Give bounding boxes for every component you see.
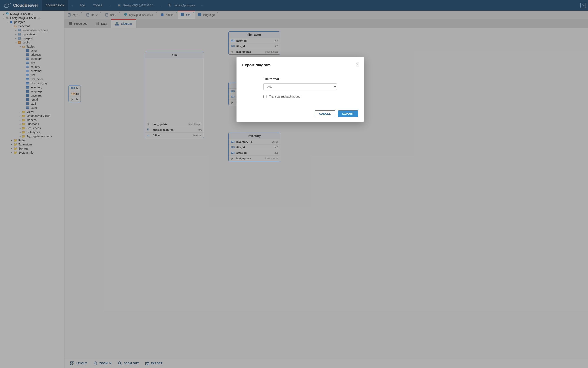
checkbox-label: Transparent background	[269, 95, 300, 98]
file-format-label: File format	[263, 77, 337, 81]
file-format-select[interactable]: SVG	[263, 83, 337, 90]
close-icon: ✕	[355, 62, 359, 67]
transparent-background-checkbox[interactable]: Transparent background	[263, 95, 337, 98]
checkbox-input[interactable]	[263, 95, 266, 98]
export-confirm-button[interactable]: EXPORT	[338, 110, 358, 117]
export-diagram-dialog: Export diagram ✕ File format SVG Transpa…	[236, 57, 364, 122]
cancel-button[interactable]: CANCEL	[315, 110, 335, 117]
dialog-title: Export diagram	[242, 63, 358, 67]
dialog-close-button[interactable]: ✕	[355, 62, 359, 67]
modal-overlay[interactable]: Export diagram ✕ File format SVG Transpa…	[0, 0, 588, 368]
